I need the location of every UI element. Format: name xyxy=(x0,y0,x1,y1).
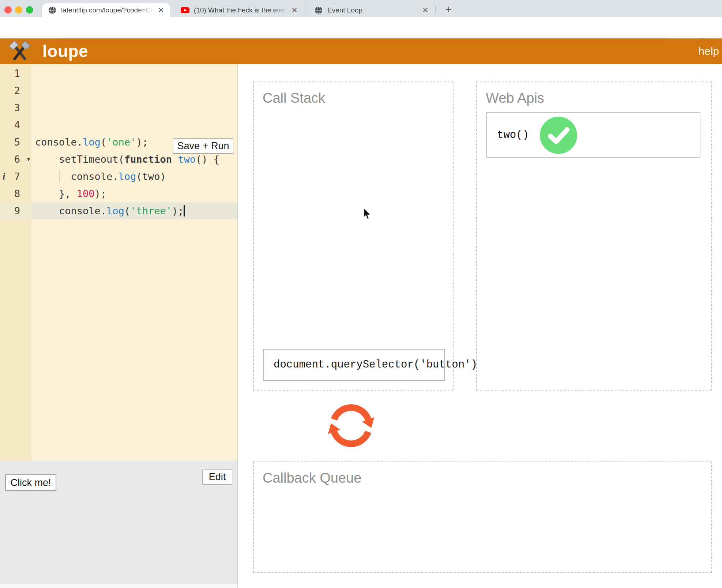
gutter-cell: 4 xyxy=(0,116,31,133)
line-number: 7 xyxy=(14,168,20,185)
macos-close-button[interactable] xyxy=(4,6,12,14)
gutter-cell: 5 xyxy=(0,133,31,151)
output-panel-footer xyxy=(0,584,238,588)
code-line[interactable]: console.log('three'); xyxy=(31,202,238,219)
web-api-task-label: two() xyxy=(497,129,529,141)
macos-minimize-button[interactable] xyxy=(15,6,22,14)
line-number: 3 xyxy=(14,99,20,116)
editor-line-4[interactable]: 4 xyxy=(0,116,238,133)
event-loop-icon xyxy=(321,400,381,451)
line-number: 5 xyxy=(14,133,20,151)
tab-strip: latentflip.com/loupe/?code=Cg ✕ (10) Wha… xyxy=(0,0,722,17)
macos-zoom-button[interactable] xyxy=(26,6,33,14)
code-line[interactable] xyxy=(31,65,238,82)
gutter-cell: 2 xyxy=(0,82,31,99)
address-bar: Not Secure latentflip.com/loupe/?code=Cg… xyxy=(0,17,722,38)
line-number: 2 xyxy=(14,82,20,99)
gutter-cell: i7 xyxy=(0,168,31,185)
gutter-cell: 1 xyxy=(0,65,31,82)
gutter-cell: 8 xyxy=(0,185,31,202)
gutter-cell: 3 xyxy=(0,99,31,116)
new-tab-button[interactable]: + xyxy=(443,4,454,16)
line-number: 6 xyxy=(14,151,20,168)
code-line[interactable]: }, 100); xyxy=(31,185,238,202)
callback-queue-title: Callback Queue xyxy=(263,470,361,486)
editor-line-7[interactable]: i7 console.log(two) xyxy=(0,168,238,185)
click-me-button[interactable]: Click me! xyxy=(5,474,56,491)
gutter-cell: 9 xyxy=(0,202,31,219)
tab-title: (10) What the heck is the even xyxy=(194,6,287,14)
tab-separator xyxy=(435,5,436,13)
browser-window: latentflip.com/loupe/?code=Cg ✕ (10) Wha… xyxy=(0,0,722,588)
tab-close-icon[interactable]: ✕ xyxy=(156,5,166,15)
save-run-button[interactable]: Save + Run xyxy=(173,138,233,154)
code-line[interactable]: console.log(two) xyxy=(31,168,238,185)
tab-title: latentflip.com/loupe/?code=Cg xyxy=(61,6,154,14)
crossed-hammers-logo xyxy=(8,39,31,62)
tab-close-icon[interactable]: ✕ xyxy=(290,5,299,15)
app-title: loupe xyxy=(42,41,88,61)
tab-close-icon[interactable]: ✕ xyxy=(421,5,430,15)
callback-queue-panel: Callback Queue xyxy=(253,461,712,573)
gutter-cell: 6▾ xyxy=(0,151,31,168)
code-line[interactable] xyxy=(31,116,238,133)
tab-event-loop[interactable]: Event Loop ✕ xyxy=(308,3,435,17)
lint-info-icon: i xyxy=(3,168,5,185)
web-apis-panel: Web Apis two() xyxy=(476,82,712,391)
edit-button[interactable]: Edit xyxy=(202,469,232,485)
globe-icon xyxy=(48,6,57,15)
fold-caret-icon[interactable]: ▾ xyxy=(27,151,30,168)
globe-icon xyxy=(314,6,323,15)
code-line[interactable] xyxy=(31,99,238,116)
editor-line-9[interactable]: 9 console.log('three'); xyxy=(0,202,238,219)
youtube-icon xyxy=(181,6,189,15)
web-api-task: two() xyxy=(486,112,700,158)
tab-title: Event Loop xyxy=(327,6,418,14)
call-stack-frame: document.querySelector('button') xyxy=(263,349,445,381)
web-apis-title: Web Apis xyxy=(486,90,544,106)
task-complete-check-icon xyxy=(540,117,577,154)
line-number: 4 xyxy=(14,116,20,133)
tab-youtube[interactable]: (10) What the heck is the even ✕ xyxy=(175,3,304,17)
line-number: 9 xyxy=(14,202,20,219)
text-caret xyxy=(184,205,185,216)
app-header: loupe help xyxy=(0,38,722,64)
output-panel: Click me! Edit xyxy=(0,461,238,584)
call-stack-panel: Call Stack document.querySelector('butto… xyxy=(253,82,454,391)
editor-line-3[interactable]: 3 xyxy=(0,99,238,116)
editor-line-1[interactable]: 1 xyxy=(0,65,238,82)
call-stack-title: Call Stack xyxy=(263,90,325,106)
editor-line-8[interactable]: 8 }, 100); xyxy=(0,185,238,202)
line-number: 1 xyxy=(14,65,20,82)
tab-separator xyxy=(305,5,305,13)
tab-loupe[interactable]: latentflip.com/loupe/?code=Cg ✕ xyxy=(42,3,170,17)
help-link[interactable]: help xyxy=(698,45,719,57)
editor-line-2[interactable]: 2 xyxy=(0,82,238,99)
code-line[interactable] xyxy=(31,82,238,99)
indent-guide xyxy=(59,170,60,182)
code-editor[interactable]: 12345console.log('one');6▾ setTimeout(fu… xyxy=(0,64,238,461)
panel-divider xyxy=(237,64,238,588)
line-number: 8 xyxy=(14,185,20,202)
mouse-cursor xyxy=(363,208,372,220)
